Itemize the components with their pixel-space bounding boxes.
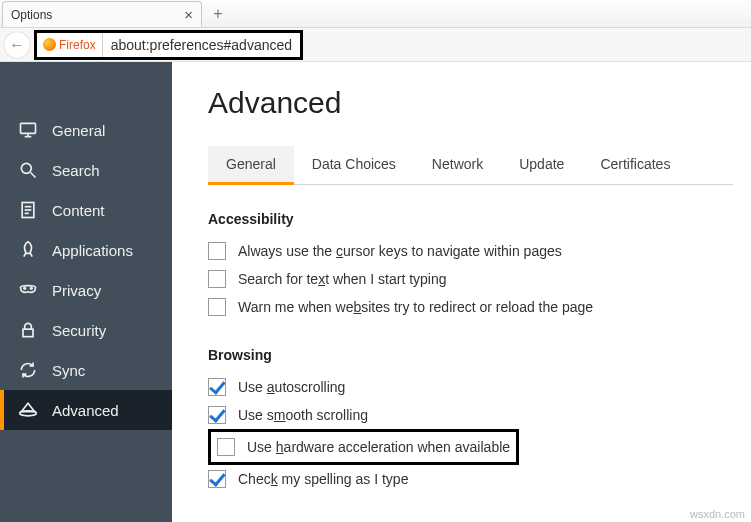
subtab-certificates[interactable]: Certificates [582, 146, 688, 184]
checkbox-warn-redirect[interactable] [208, 298, 226, 316]
subtab-general[interactable]: General [208, 146, 294, 184]
option-label: Warn me when websites try to redirect or… [238, 299, 593, 315]
option-label: Use hardware acceleration when available [247, 439, 510, 455]
sync-icon [18, 360, 38, 380]
svg-point-9 [23, 287, 26, 290]
accessibility-heading: Accessibility [208, 211, 733, 227]
document-icon [18, 200, 38, 220]
option-label: Check my spelling as I type [238, 471, 408, 487]
sidebar-item-label: Content [52, 202, 105, 219]
option-autoscrolling: Use autoscrolling [208, 373, 733, 401]
checkbox-autoscrolling[interactable] [208, 378, 226, 396]
checkbox-search-text[interactable] [208, 270, 226, 288]
arrow-left-icon: ← [9, 36, 25, 54]
subtab-network[interactable]: Network [414, 146, 501, 184]
option-search-text: Search for text when I start typing [208, 265, 733, 293]
lock-icon [18, 320, 38, 340]
badge-label: Firefox [59, 38, 96, 52]
subtab-update[interactable]: Update [501, 146, 582, 184]
content-pane: Advanced General Data Choices Network Up… [172, 62, 751, 522]
svg-rect-0 [21, 123, 36, 133]
option-smooth-scrolling: Use smooth scrolling [208, 401, 733, 429]
sidebar-item-label: Advanced [52, 402, 119, 419]
sidebar-item-label: Search [52, 162, 100, 179]
sidebar: General Search Content Applications Priv… [0, 62, 172, 522]
subtab-bar: General Data Choices Network Update Cert… [208, 146, 733, 185]
browser-tab[interactable]: Options × [2, 1, 202, 27]
tab-strip: Options × + [0, 0, 751, 28]
sidebar-item-search[interactable]: Search [0, 150, 172, 190]
navigation-toolbar: ← Firefox about:preferences#advanced [0, 28, 751, 62]
watermark: wsxdn.com [690, 508, 745, 520]
option-cursor-keys: Always use the cursor keys to navigate w… [208, 237, 733, 265]
sidebar-item-privacy[interactable]: Privacy [0, 270, 172, 310]
sidebar-item-label: General [52, 122, 105, 139]
firefox-icon [43, 38, 56, 51]
mask-icon [18, 280, 38, 300]
subtab-data-choices[interactable]: Data Choices [294, 146, 414, 184]
sidebar-item-label: Sync [52, 362, 85, 379]
page-title: Advanced [208, 86, 733, 120]
option-hardware-accel: Use hardware acceleration when available [217, 436, 510, 458]
url-text: about:preferences#advanced [103, 37, 300, 53]
option-label: Always use the cursor keys to navigate w… [238, 243, 562, 259]
option-warn-redirect: Warn me when websites try to redirect or… [208, 293, 733, 321]
checkbox-check-spelling[interactable] [208, 470, 226, 488]
sidebar-item-label: Security [52, 322, 106, 339]
svg-point-3 [21, 163, 31, 173]
svg-point-12 [20, 411, 37, 416]
new-tab-button[interactable]: + [208, 5, 228, 23]
checkbox-smooth-scrolling[interactable] [208, 406, 226, 424]
close-icon[interactable]: × [184, 7, 193, 22]
svg-rect-11 [23, 329, 33, 337]
sidebar-item-content[interactable]: Content [0, 190, 172, 230]
browsing-heading: Browsing [208, 347, 733, 363]
option-label: Use autoscrolling [238, 379, 345, 395]
firefox-badge: Firefox [37, 33, 103, 57]
rocket-icon [18, 240, 38, 260]
monitor-icon [18, 120, 38, 140]
option-check-spelling: Check my spelling as I type [208, 465, 733, 493]
highlight-hw-accel: Use hardware acceleration when available [208, 429, 519, 465]
hat-icon [18, 400, 38, 420]
sidebar-item-label: Applications [52, 242, 133, 259]
address-bar[interactable]: Firefox about:preferences#advanced [34, 30, 303, 60]
option-label: Use smooth scrolling [238, 407, 368, 423]
svg-line-4 [31, 173, 36, 178]
svg-point-10 [30, 287, 33, 290]
option-label: Search for text when I start typing [238, 271, 447, 287]
checkbox-hardware-accel[interactable] [217, 438, 235, 456]
checkbox-cursor-keys[interactable] [208, 242, 226, 260]
sidebar-item-label: Privacy [52, 282, 101, 299]
sidebar-item-security[interactable]: Security [0, 310, 172, 350]
sidebar-item-applications[interactable]: Applications [0, 230, 172, 270]
tab-title: Options [11, 8, 52, 22]
main-area: General Search Content Applications Priv… [0, 62, 751, 522]
back-button[interactable]: ← [4, 32, 30, 58]
sidebar-item-advanced[interactable]: Advanced [0, 390, 172, 430]
sidebar-item-sync[interactable]: Sync [0, 350, 172, 390]
sidebar-item-general[interactable]: General [0, 110, 172, 150]
search-icon [18, 160, 38, 180]
